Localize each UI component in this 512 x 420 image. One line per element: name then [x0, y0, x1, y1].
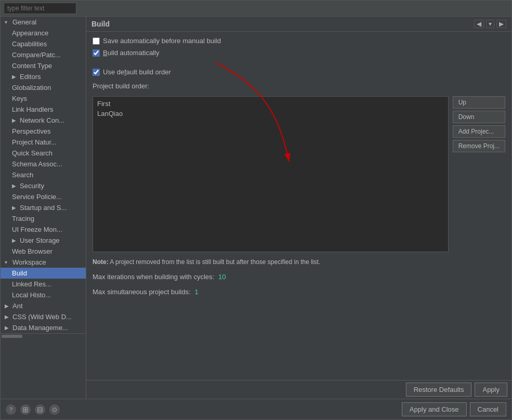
apply-and-close-button[interactable]: Apply and Close — [402, 402, 467, 416]
save-auto-row: Save automatically before manual build — [93, 37, 505, 45]
sidebar-item-build[interactable]: Build — [1, 268, 86, 279]
expand-icon-user-storage: ▶ — [12, 238, 18, 243]
preferences-dialog: ▾ General Appearance Capabilities Compar… — [0, 0, 512, 420]
sidebar-item-startup[interactable]: ▶ Startup and S... — [1, 202, 86, 213]
apply-row: Restore Defaults Apply — [86, 380, 511, 399]
use-default-label[interactable]: Use default build order — [103, 68, 171, 76]
sidebar-label-quick-search: Quick Search — [12, 149, 52, 157]
sidebar-item-ui-freeze[interactable]: UI Freeze Mon... — [1, 224, 86, 235]
sidebar-label-content-type: Content Type — [12, 62, 52, 70]
export-icon[interactable]: ⊟ — [35, 404, 45, 415]
sidebar-label-user-storage: User Storage — [20, 237, 60, 244]
sidebar-label-service-policie: Service Policie... — [12, 193, 62, 201]
nav-dropdown-button[interactable]: ▾ — [486, 20, 494, 28]
nav-buttons: ◀ ▾ ▶ — [474, 20, 506, 28]
build-auto-checkbox[interactable] — [93, 49, 100, 57]
use-default-row: Use default build order — [93, 68, 505, 76]
settings-icon[interactable]: ⊙ — [49, 404, 60, 415]
sidebar-label-linked-res: Linked Res... — [12, 280, 51, 288]
save-auto-label[interactable]: Save automatically before manual build — [103, 37, 221, 45]
help-icon[interactable]: ? — [6, 404, 16, 415]
build-list-item-first[interactable]: First — [95, 99, 446, 109]
sidebar-item-service-policie[interactable]: Service Policie... — [1, 191, 86, 202]
sidebar-item-web-browser[interactable]: Web Browser — [1, 246, 86, 257]
filter-input[interactable] — [4, 3, 76, 14]
sidebar-item-quick-search[interactable]: Quick Search — [1, 148, 86, 159]
sidebar-hscroll[interactable] — [1, 333, 86, 338]
sidebar-item-editors[interactable]: ▶ Editors — [1, 71, 86, 82]
use-default-checkbox[interactable] — [93, 69, 100, 76]
section-gap-1 — [93, 61, 505, 64]
sidebar-item-search[interactable]: Search — [1, 169, 86, 180]
sidebar-item-perspectives[interactable]: Perspectives — [1, 126, 86, 137]
sidebar-item-compare-patch[interactable]: Compare/Patc... — [1, 49, 86, 60]
nav-back-button[interactable]: ◀ — [474, 20, 484, 28]
sidebar-item-data-mgmt[interactable]: ▶ Data Manageme... — [1, 322, 86, 333]
sidebar-item-general[interactable]: ▾ General — [1, 17, 86, 28]
sidebar: ▾ General Appearance Capabilities Compar… — [1, 17, 86, 399]
sidebar-item-tracing[interactable]: Tracing — [1, 213, 86, 224]
sidebar-item-schema-assoc[interactable]: Schema Assoc... — [1, 159, 86, 169]
expand-icon-editors: ▶ — [12, 74, 18, 80]
sidebar-item-globalization[interactable]: Globalization — [1, 82, 86, 93]
max-simultaneous-value: 1 — [195, 288, 199, 296]
sidebar-label-security: Security — [20, 182, 44, 190]
add-project-button[interactable]: Add Projec... — [453, 125, 505, 138]
panel-title: Build — [91, 20, 110, 28]
sidebar-item-project-natur[interactable]: Project Natur... — [1, 137, 86, 148]
sidebar-item-ant[interactable]: ▶ Ant — [1, 300, 86, 311]
sidebar-item-appearance[interactable]: Appearance — [1, 28, 86, 38]
sidebar-label-capabilities: Capabilities — [12, 40, 47, 48]
remove-project-button[interactable]: Remove Proj... — [453, 140, 505, 152]
sidebar-label-schema-assoc: Schema Assoc... — [12, 160, 62, 168]
sidebar-label-general: General — [12, 18, 36, 26]
sidebar-label-tracing: Tracing — [12, 215, 34, 222]
sidebar-item-link-handlers[interactable]: Link Handlers — [1, 104, 86, 115]
up-button[interactable]: Up — [453, 96, 505, 109]
build-order-label: Project build order: — [93, 82, 505, 90]
panel-body: Save automatically before manual build B… — [86, 32, 511, 380]
note-label: Note: — [93, 258, 109, 266]
sidebar-item-user-storage[interactable]: ▶ User Storage — [1, 235, 86, 246]
build-list-item-lanqiao[interactable]: LanQiao — [95, 109, 446, 119]
bottom-bar: ? ⊞ ⊟ ⊙ Apply and Close Cancel — [1, 399, 511, 419]
build-auto-label[interactable]: Build automatically — [103, 49, 159, 57]
sidebar-item-workspace[interactable]: ▾ Workspace — [1, 257, 86, 268]
hscroll-thumb — [2, 335, 22, 338]
bottom-right: Apply and Close Cancel — [402, 402, 506, 416]
sidebar-item-local-histo[interactable]: Local Histo... — [1, 290, 86, 300]
sidebar-label-project-natur: Project Natur... — [12, 138, 57, 146]
expand-icon-security: ▶ — [12, 183, 18, 189]
max-iterations-label: Max iterations when building with cycles… — [93, 273, 214, 281]
sidebar-item-css[interactable]: ▶ CSS (Wild Web D... — [1, 311, 86, 322]
max-simultaneous-label: Max simultaneous project builds: — [93, 288, 191, 296]
cancel-button[interactable]: Cancel — [470, 402, 506, 416]
expand-icon-startup: ▶ — [12, 205, 18, 211]
restore-defaults-button[interactable]: Restore Defaults — [406, 383, 472, 397]
nav-forward-button[interactable]: ▶ — [496, 20, 506, 28]
expand-icon-general: ▾ — [5, 19, 11, 25]
sidebar-item-keys[interactable]: Keys — [1, 93, 86, 104]
filter-row — [1, 1, 511, 17]
sidebar-item-linked-res[interactable]: Linked Res... — [1, 279, 86, 290]
main-content: ▾ General Appearance Capabilities Compar… — [1, 17, 511, 399]
build-list[interactable]: First LanQiao — [93, 96, 449, 252]
max-iterations-value: 10 — [218, 273, 226, 281]
sidebar-item-content-type[interactable]: Content Type — [1, 60, 86, 71]
bottom-left: ? ⊞ ⊟ ⊙ — [6, 404, 60, 415]
note-content: A project removed from the list is still… — [110, 258, 320, 266]
expand-icon-ant: ▶ — [5, 303, 11, 309]
build-auto-row: Build automatically — [93, 49, 505, 57]
sidebar-item-network-conn[interactable]: ▶ Network Con... — [1, 115, 86, 126]
import-icon[interactable]: ⊞ — [20, 404, 31, 415]
apply-button[interactable]: Apply — [475, 383, 507, 397]
sidebar-item-capabilities[interactable]: Capabilities — [1, 38, 86, 49]
sidebar-label-keys: Keys — [12, 95, 27, 102]
sidebar-item-security[interactable]: ▶ Security — [1, 180, 86, 191]
save-auto-checkbox[interactable] — [93, 37, 100, 45]
sidebar-label-perspectives: Perspectives — [12, 127, 50, 135]
sidebar-label-link-handlers: Link Handlers — [12, 106, 54, 113]
down-button[interactable]: Down — [453, 111, 505, 123]
sidebar-label-appearance: Appearance — [12, 29, 48, 37]
expand-icon-css: ▶ — [5, 314, 11, 320]
